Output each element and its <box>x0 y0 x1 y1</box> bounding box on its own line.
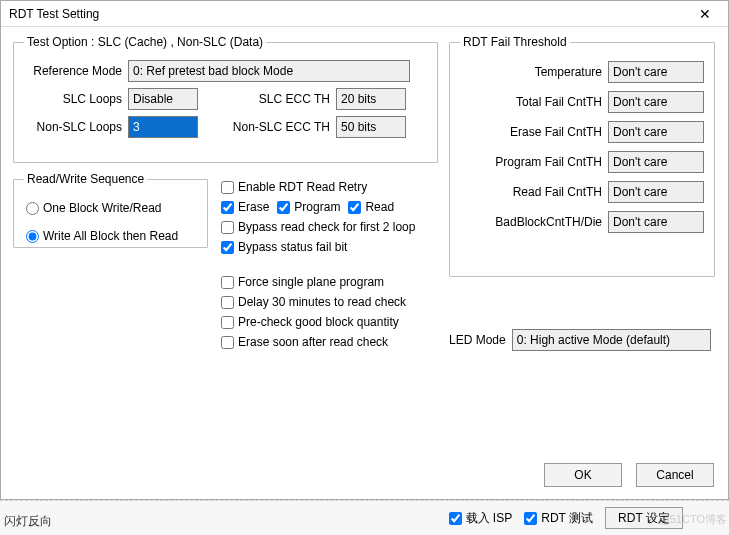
chk-read-label: Read <box>365 200 394 214</box>
parent-left-text: 闪灯反向 <box>4 513 52 530</box>
chk-load-isp[interactable] <box>449 512 462 525</box>
chk-erase[interactable] <box>221 201 234 214</box>
group-rw-sequence: Read/Write Sequence One Block Write/Read… <box>13 172 208 248</box>
dialog-rdt-test-setting: RDT Test Setting ✕ Test Option : SLC (Ca… <box>0 0 729 500</box>
chk-bypass-statusfail[interactable] <box>221 241 234 254</box>
chk-program[interactable] <box>277 201 290 214</box>
parent-window-strip: 闪灯反向 载入 ISP RDT 测试 RDT 设定 @51CTO博客 <box>0 500 729 535</box>
combo-slc-loops[interactable]: Disable <box>128 88 198 110</box>
client-area: Test Option : SLC (Cache) , Non-SLC (Dat… <box>1 27 728 499</box>
chk-load-isp-label: 载入 ISP <box>466 510 513 527</box>
combo-totalfail[interactable]: Don't care <box>608 91 704 113</box>
chk-force-single-plane-label: Force single plane program <box>238 275 384 289</box>
close-icon[interactable]: ✕ <box>690 1 720 27</box>
row-led-mode: LED Mode 0: High active Mode (default) <box>449 329 711 351</box>
chk-bypass-first2[interactable] <box>221 221 234 234</box>
label-badblock: BadBlockCntTH/Die <box>460 215 608 229</box>
chk-bypass-statusfail-label: Bypass status fail bit <box>238 240 347 254</box>
watermark-text: @51CTO博客 <box>659 512 727 527</box>
group-test-option-legend: Test Option : SLC (Cache) , Non-SLC (Dat… <box>24 35 266 49</box>
mid-options-1: Enable RDT Read Retry Erase Program Read… <box>221 177 443 257</box>
mid-options-2: Force single plane program Delay 30 minu… <box>221 272 443 352</box>
label-totalfail: Total Fail CntTH <box>460 95 608 109</box>
group-rdt-fail: RDT Fail Threshold Temperature Don't car… <box>449 35 715 277</box>
titlebar: RDT Test Setting ✕ <box>1 1 728 27</box>
chk-erase-soon[interactable] <box>221 336 234 349</box>
radio-write-all-label: Write All Block then Read <box>43 229 178 243</box>
combo-erasefail[interactable]: Don't care <box>608 121 704 143</box>
label-readfail: Read Fail CntTH <box>460 185 608 199</box>
label-slc-loops: SLC Loops <box>24 92 128 106</box>
chk-precheck-good[interactable] <box>221 316 234 329</box>
chk-precheck-good-label: Pre-check good block quantity <box>238 315 399 329</box>
chk-force-single-plane[interactable] <box>221 276 234 289</box>
ok-button[interactable]: OK <box>544 463 622 487</box>
chk-enable-retry[interactable] <box>221 181 234 194</box>
combo-readfail[interactable]: Don't care <box>608 181 704 203</box>
combo-slc-ecc-th[interactable]: 20 bits <box>336 88 406 110</box>
group-test-option: Test Option : SLC (Cache) , Non-SLC (Dat… <box>13 35 438 163</box>
cancel-button[interactable]: Cancel <box>636 463 714 487</box>
chk-rdt-test[interactable] <box>524 512 537 525</box>
parent-right-controls: 载入 ISP RDT 测试 RDT 设定 <box>449 507 683 529</box>
combo-badblock[interactable]: Don't care <box>608 211 704 233</box>
group-rdt-fail-legend: RDT Fail Threshold <box>460 35 570 49</box>
chk-bypass-first2-label: Bypass read check for first 2 loop <box>238 220 415 234</box>
radio-write-all[interactable] <box>26 230 39 243</box>
chk-read[interactable] <box>348 201 361 214</box>
label-erasefail: Erase Fail CntTH <box>460 125 608 139</box>
group-rw-legend: Read/Write Sequence <box>24 172 147 186</box>
label-reference-mode: Reference Mode <box>24 64 128 78</box>
button-bar: OK Cancel <box>544 463 714 487</box>
chk-enable-retry-label: Enable RDT Read Retry <box>238 180 367 194</box>
label-temperature: Temperature <box>460 65 608 79</box>
radio-one-block[interactable] <box>26 202 39 215</box>
chk-erase-soon-label: Erase soon after read check <box>238 335 388 349</box>
chk-erase-label: Erase <box>238 200 269 214</box>
chk-rdt-test-label: RDT 测试 <box>541 510 593 527</box>
label-programfail: Program Fail CntTH <box>460 155 608 169</box>
combo-reference-mode[interactable]: 0: Ref pretest bad block Mode <box>128 60 410 82</box>
combo-temperature[interactable]: Don't care <box>608 61 704 83</box>
combo-led-mode[interactable]: 0: High active Mode (default) <box>512 329 711 351</box>
label-led-mode: LED Mode <box>449 333 506 347</box>
combo-nonslc-ecc-th[interactable]: 50 bits <box>336 116 406 138</box>
chk-delay30[interactable] <box>221 296 234 309</box>
chk-delay30-label: Delay 30 minutes to read check <box>238 295 406 309</box>
chk-program-label: Program <box>294 200 340 214</box>
combo-programfail[interactable]: Don't care <box>608 151 704 173</box>
label-nonslc-loops: Non-SLC Loops <box>24 120 128 134</box>
label-slc-ecc-th: SLC ECC TH <box>198 92 336 106</box>
window-title: RDT Test Setting <box>9 1 99 27</box>
combo-nonslc-loops[interactable]: 3 <box>128 116 198 138</box>
label-nonslc-ecc-th: Non-SLC ECC TH <box>198 120 336 134</box>
radio-one-block-label: One Block Write/Read <box>43 201 162 215</box>
